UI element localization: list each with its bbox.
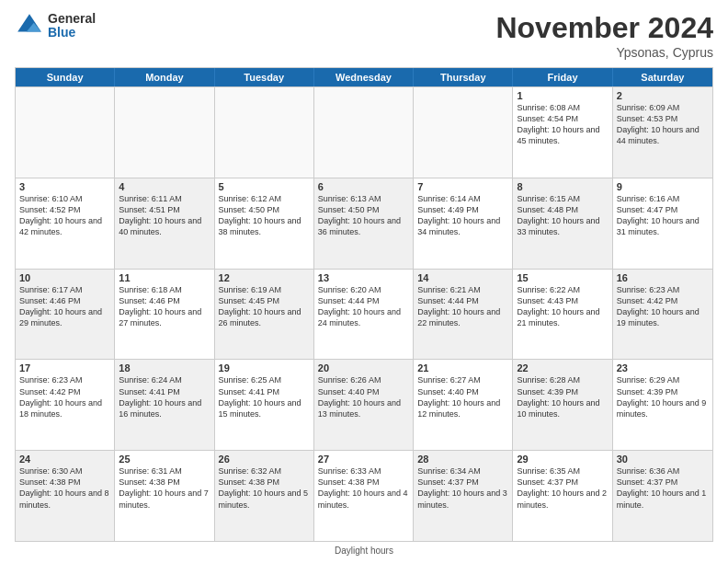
cal-week-1: 1Sunrise: 6:08 AM Sunset: 4:54 PM Daylig… <box>16 86 712 178</box>
day-number: 4 <box>119 181 210 192</box>
calendar: SundayMondayTuesdayWednesdayThursdayFrid… <box>15 67 713 542</box>
logo-icon <box>15 11 44 40</box>
cal-cell-22: 22Sunrise: 6:28 AM Sunset: 4:39 PM Dayli… <box>513 360 612 450</box>
day-number: 9 <box>617 181 709 192</box>
cal-cell-empty-0-4 <box>414 87 513 178</box>
cal-header-wednesday: Wednesday <box>314 68 414 86</box>
day-info: Sunrise: 6:34 AM Sunset: 4:37 PM Dayligh… <box>417 465 508 511</box>
day-info: Sunrise: 6:18 AM Sunset: 4:46 PM Dayligh… <box>119 284 210 329</box>
cal-cell-5: 5Sunrise: 6:12 AM Sunset: 4:50 PM Daylig… <box>215 178 314 269</box>
logo-general: General <box>48 12 96 26</box>
day-number: 14 <box>417 272 508 283</box>
day-info: Sunrise: 6:13 AM Sunset: 4:50 PM Dayligh… <box>318 193 409 238</box>
cal-cell-23: 23Sunrise: 6:29 AM Sunset: 4:39 PM Dayli… <box>613 360 712 450</box>
day-number: 16 <box>617 272 709 283</box>
day-info: Sunrise: 6:25 AM Sunset: 4:41 PM Dayligh… <box>219 374 310 419</box>
cal-cell-9: 9Sunrise: 6:16 AM Sunset: 4:47 PM Daylig… <box>613 178 712 269</box>
day-number: 29 <box>517 454 608 465</box>
cal-cell-10: 10Sunrise: 6:17 AM Sunset: 4:46 PM Dayli… <box>16 270 115 360</box>
page: General Blue November 2024 Ypsonas, Cypr… <box>0 0 728 563</box>
cal-cell-18: 18Sunrise: 6:24 AM Sunset: 4:41 PM Dayli… <box>115 360 214 450</box>
cal-cell-29: 29Sunrise: 6:35 AM Sunset: 4:37 PM Dayli… <box>513 451 612 541</box>
cal-week-4: 17Sunrise: 6:23 AM Sunset: 4:42 PM Dayli… <box>16 359 712 450</box>
day-info: Sunrise: 6:12 AM Sunset: 4:50 PM Dayligh… <box>219 193 310 238</box>
cal-cell-12: 12Sunrise: 6:19 AM Sunset: 4:45 PM Dayli… <box>215 270 314 360</box>
day-info: Sunrise: 6:22 AM Sunset: 4:43 PM Dayligh… <box>517 284 608 329</box>
day-number: 24 <box>19 454 110 465</box>
cal-cell-28: 28Sunrise: 6:34 AM Sunset: 4:37 PM Dayli… <box>414 451 513 541</box>
cal-cell-3: 3Sunrise: 6:10 AM Sunset: 4:52 PM Daylig… <box>16 178 115 269</box>
day-number: 30 <box>617 454 709 465</box>
cal-cell-21: 21Sunrise: 6:27 AM Sunset: 4:40 PM Dayli… <box>414 360 513 450</box>
day-info: Sunrise: 6:36 AM Sunset: 4:37 PM Dayligh… <box>617 465 709 511</box>
day-info: Sunrise: 6:26 AM Sunset: 4:40 PM Dayligh… <box>318 374 409 419</box>
day-number: 28 <box>417 454 508 465</box>
day-number: 22 <box>517 362 608 373</box>
cal-week-5: 24Sunrise: 6:30 AM Sunset: 4:38 PM Dayli… <box>16 450 712 541</box>
day-info: Sunrise: 6:23 AM Sunset: 4:42 PM Dayligh… <box>617 284 709 329</box>
cal-cell-20: 20Sunrise: 6:26 AM Sunset: 4:40 PM Dayli… <box>314 360 414 450</box>
day-info: Sunrise: 6:14 AM Sunset: 4:49 PM Dayligh… <box>417 193 508 238</box>
cal-cell-empty-0-0 <box>16 87 115 178</box>
title-block: November 2024 Ypsonas, Cyprus <box>495 11 713 60</box>
day-info: Sunrise: 6:30 AM Sunset: 4:38 PM Dayligh… <box>19 465 110 511</box>
cal-cell-8: 8Sunrise: 6:15 AM Sunset: 4:48 PM Daylig… <box>513 178 612 269</box>
day-info: Sunrise: 6:28 AM Sunset: 4:39 PM Dayligh… <box>517 374 608 419</box>
cal-week-3: 10Sunrise: 6:17 AM Sunset: 4:46 PM Dayli… <box>16 269 712 360</box>
cal-cell-6: 6Sunrise: 6:13 AM Sunset: 4:50 PM Daylig… <box>314 178 414 269</box>
day-number: 26 <box>219 454 310 465</box>
day-info: Sunrise: 6:16 AM Sunset: 4:47 PM Dayligh… <box>617 193 709 238</box>
day-info: Sunrise: 6:11 AM Sunset: 4:51 PM Dayligh… <box>119 193 210 238</box>
day-number: 8 <box>517 181 608 192</box>
day-info: Sunrise: 6:33 AM Sunset: 4:38 PM Dayligh… <box>318 465 409 511</box>
cal-header-friday: Friday <box>513 68 612 86</box>
cal-cell-26: 26Sunrise: 6:32 AM Sunset: 4:38 PM Dayli… <box>215 451 314 541</box>
cal-header-saturday: Saturday <box>613 68 712 86</box>
day-number: 18 <box>119 362 210 373</box>
cal-cell-19: 19Sunrise: 6:25 AM Sunset: 4:41 PM Dayli… <box>215 360 314 450</box>
cal-cell-1: 1Sunrise: 6:08 AM Sunset: 4:54 PM Daylig… <box>513 87 612 178</box>
day-number: 3 <box>19 181 110 192</box>
day-number: 2 <box>617 90 709 101</box>
day-number: 12 <box>219 272 310 283</box>
title-location: Ypsonas, Cyprus <box>495 45 713 60</box>
day-number: 27 <box>318 454 409 465</box>
cal-cell-2: 2Sunrise: 6:09 AM Sunset: 4:53 PM Daylig… <box>613 87 712 178</box>
day-number: 5 <box>219 181 310 192</box>
cal-header-sunday: Sunday <box>16 68 115 86</box>
day-info: Sunrise: 6:21 AM Sunset: 4:44 PM Dayligh… <box>417 284 508 329</box>
day-number: 10 <box>19 272 110 283</box>
logo: General Blue <box>15 11 96 40</box>
cal-cell-7: 7Sunrise: 6:14 AM Sunset: 4:49 PM Daylig… <box>414 178 513 269</box>
day-info: Sunrise: 6:08 AM Sunset: 4:54 PM Dayligh… <box>517 102 608 147</box>
cal-cell-17: 17Sunrise: 6:23 AM Sunset: 4:42 PM Dayli… <box>16 360 115 450</box>
cal-header-tuesday: Tuesday <box>215 68 314 86</box>
day-info: Sunrise: 6:31 AM Sunset: 4:38 PM Dayligh… <box>119 465 210 511</box>
footer-note: Daylight hours <box>15 546 713 556</box>
cal-cell-15: 15Sunrise: 6:22 AM Sunset: 4:43 PM Dayli… <box>513 270 612 360</box>
day-number: 21 <box>417 362 508 373</box>
day-info: Sunrise: 6:29 AM Sunset: 4:39 PM Dayligh… <box>617 374 709 419</box>
day-number: 7 <box>417 181 508 192</box>
cal-cell-14: 14Sunrise: 6:21 AM Sunset: 4:44 PM Dayli… <box>414 270 513 360</box>
day-number: 23 <box>617 362 709 373</box>
cal-cell-empty-0-3 <box>314 87 414 178</box>
header: General Blue November 2024 Ypsonas, Cypr… <box>15 11 713 60</box>
day-info: Sunrise: 6:27 AM Sunset: 4:40 PM Dayligh… <box>417 374 508 419</box>
day-number: 13 <box>318 272 409 283</box>
title-month: November 2024 <box>495 11 713 45</box>
day-number: 19 <box>219 362 310 373</box>
calendar-body: 1Sunrise: 6:08 AM Sunset: 4:54 PM Daylig… <box>16 86 712 541</box>
cal-week-2: 3Sunrise: 6:10 AM Sunset: 4:52 PM Daylig… <box>16 178 712 269</box>
day-number: 25 <box>119 454 210 465</box>
cal-header-thursday: Thursday <box>414 68 513 86</box>
cal-cell-25: 25Sunrise: 6:31 AM Sunset: 4:38 PM Dayli… <box>115 451 214 541</box>
cal-cell-11: 11Sunrise: 6:18 AM Sunset: 4:46 PM Dayli… <box>115 270 214 360</box>
cal-cell-4: 4Sunrise: 6:11 AM Sunset: 4:51 PM Daylig… <box>115 178 214 269</box>
cal-cell-27: 27Sunrise: 6:33 AM Sunset: 4:38 PM Dayli… <box>314 451 414 541</box>
logo-blue: Blue <box>48 26 96 40</box>
day-info: Sunrise: 6:24 AM Sunset: 4:41 PM Dayligh… <box>119 374 210 419</box>
cal-cell-empty-0-1 <box>115 87 214 178</box>
logo-text: General Blue <box>48 12 96 40</box>
calendar-header-row: SundayMondayTuesdayWednesdayThursdayFrid… <box>16 68 712 86</box>
